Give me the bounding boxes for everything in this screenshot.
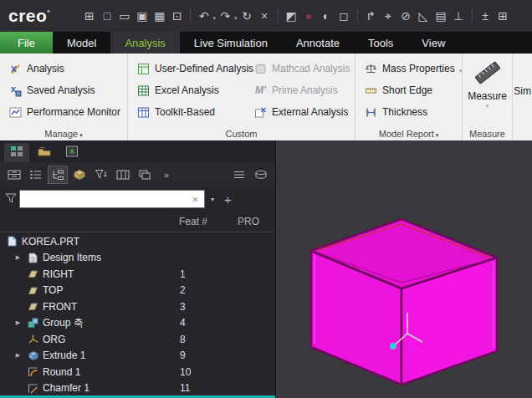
undo-icon[interactable]: ↶ bbox=[195, 7, 212, 25]
toolbar-overflow-chevron[interactable]: » bbox=[156, 166, 176, 184]
external-analysis-button[interactable]: External Analysis bbox=[249, 101, 351, 123]
performance-monitor-button[interactable]: Performance Monitor bbox=[4, 101, 123, 123]
tree-row-org-csys[interactable]: ORG 8 bbox=[0, 331, 275, 348]
tree-row-chamfer[interactable]: Chamfer 1 11 bbox=[0, 380, 275, 397]
tab-folder-browser[interactable] bbox=[32, 143, 57, 162]
tab-view[interactable]: View bbox=[407, 32, 459, 54]
tab-model[interactable]: Model bbox=[53, 32, 110, 54]
feat-number: 8 bbox=[174, 334, 238, 345]
hidden-line-icon[interactable]: ⊘ bbox=[397, 7, 415, 25]
plus-minus-icon[interactable]: ± bbox=[477, 7, 494, 25]
tree-row-design-items[interactable]: ▶ Design Items bbox=[0, 250, 275, 267]
thickness-button[interactable]: Thickness bbox=[360, 101, 458, 123]
saved-analysis-button[interactable]: Saved Analysis bbox=[4, 79, 123, 101]
view-normal-icon[interactable]: ⌖ bbox=[380, 7, 397, 25]
tree-row-korea-prt[interactable]: KOREA.PRT bbox=[0, 233, 275, 250]
sort-funnel-icon[interactable] bbox=[91, 166, 111, 184]
design-items-icon bbox=[27, 253, 39, 263]
tree-search-input[interactable] bbox=[24, 193, 190, 205]
tab-favorites[interactable] bbox=[59, 143, 84, 162]
coordinate-system-icon bbox=[27, 334, 39, 344]
toolbar-separator bbox=[357, 9, 358, 23]
shade-sphere-icon[interactable]: ◐ bbox=[318, 7, 335, 25]
layers-icon[interactable] bbox=[135, 166, 155, 184]
model-tree-tab-icon bbox=[10, 145, 23, 160]
tab-live-simulation[interactable]: Live Simulation bbox=[180, 32, 282, 54]
print-icon[interactable]: ▦ bbox=[151, 7, 168, 25]
open-file-icon[interactable]: ▭ bbox=[115, 7, 133, 25]
extrude-icon bbox=[27, 350, 39, 361]
tree-drawer-icon[interactable] bbox=[4, 166, 24, 184]
column-header-feat[interactable]: Feat # bbox=[174, 216, 238, 227]
tab-file[interactable]: File bbox=[0, 32, 53, 54]
new-file-icon[interactable]: □ bbox=[98, 7, 115, 25]
tab-annotate[interactable]: Annotate bbox=[282, 32, 354, 54]
appearance-icon[interactable]: ◩ bbox=[283, 7, 300, 25]
save-icon[interactable]: ▣ bbox=[133, 7, 151, 25]
measure-button[interactable]: Measure ▾ bbox=[467, 58, 508, 110]
tree-row-label: Round 1 bbox=[43, 366, 80, 378]
tab-tools[interactable]: Tools bbox=[354, 32, 407, 54]
undo-dropdown-arrow[interactable]: ▾ bbox=[212, 15, 216, 22]
list-view-icon[interactable] bbox=[26, 166, 46, 184]
tab-analysis[interactable]: Analysis bbox=[110, 32, 179, 54]
funnel-icon bbox=[5, 193, 17, 206]
regenerate-icon[interactable]: ↻ bbox=[238, 7, 256, 25]
ground-icon[interactable]: ⊥ bbox=[450, 7, 468, 25]
chamfer-icon bbox=[27, 383, 39, 394]
perspective-icon[interactable]: ◺ bbox=[415, 7, 432, 25]
creo-logo: creo° bbox=[8, 6, 50, 26]
saved-views-icon[interactable]: ↱ bbox=[362, 7, 380, 25]
group-label-manage[interactable]: Manage▾ bbox=[0, 129, 127, 139]
model-tree: KOREA.PRT ▶ Design Items bbox=[0, 232, 275, 398]
tree-row-front-plane[interactable]: FRONT 3 bbox=[0, 298, 275, 315]
tree-row-extrude[interactable]: ▶ Extrude 1 9 bbox=[0, 348, 275, 365]
collapse-all-icon[interactable] bbox=[229, 166, 249, 184]
feature-cube-icon[interactable] bbox=[69, 166, 90, 184]
filter-funnel-button[interactable] bbox=[5, 193, 17, 206]
part-icon bbox=[6, 236, 18, 247]
redo-icon[interactable]: ↷ bbox=[217, 7, 234, 25]
toolkit-based-button[interactable]: Toolkit-Based bbox=[132, 101, 249, 123]
expand-arrow-icon[interactable]: ▶ bbox=[13, 352, 23, 359]
performance-monitor-label: Performance Monitor bbox=[27, 106, 120, 118]
analysis-button[interactable]: Analysis bbox=[4, 58, 123, 79]
columns-icon[interactable] bbox=[113, 166, 133, 184]
tree-search-box: × bbox=[19, 190, 205, 208]
feat-number: 11 bbox=[174, 382, 238, 394]
expand-arrow-icon[interactable]: ▶ bbox=[13, 319, 23, 326]
add-filter-icon[interactable]: + bbox=[220, 192, 236, 207]
import-icon[interactable]: ⊡ bbox=[168, 7, 186, 25]
short-edge-button[interactable]: Short Edge bbox=[360, 79, 458, 101]
tree-row-right-plane[interactable]: RIGHT 1 bbox=[0, 266, 275, 283]
excel-analysis-button[interactable]: Excel Analysis bbox=[132, 79, 249, 101]
annotation-icon[interactable]: ▤ bbox=[432, 7, 450, 25]
tree-toolbar: » bbox=[0, 162, 275, 186]
graphics-viewport[interactable] bbox=[276, 140, 532, 398]
redo-dropdown-arrow[interactable]: ▾ bbox=[234, 15, 238, 22]
search-dropdown-icon[interactable]: ▾ bbox=[207, 196, 217, 203]
expand-arrow-icon[interactable]: ▶ bbox=[13, 254, 23, 261]
model-3d-box[interactable] bbox=[276, 140, 532, 398]
tree-row-top-plane[interactable]: TOP 2 bbox=[0, 283, 275, 299]
mass-properties-button[interactable]: Mass Properties ▾ bbox=[360, 58, 458, 79]
render-sphere-icon[interactable]: ● bbox=[300, 7, 318, 25]
tree-row-label: FRONT bbox=[43, 301, 77, 313]
group-label-model-report[interactable]: Model Report▾ bbox=[356, 129, 462, 139]
tree-view-icon[interactable] bbox=[48, 166, 68, 184]
sheet-stack-icon[interactable] bbox=[251, 166, 271, 184]
tree-row-round[interactable]: Round 1 10 bbox=[0, 364, 275, 380]
sketch-icon[interactable]: ⊞ bbox=[80, 7, 98, 25]
group-label-measure: Measure bbox=[463, 129, 512, 139]
display-style-icon[interactable]: ◻ bbox=[335, 7, 353, 25]
thickness-label: Thickness bbox=[382, 106, 427, 118]
column-header-pro[interactable]: PRO bbox=[238, 216, 275, 227]
prime-analysis-label: Prime Analysis bbox=[272, 84, 338, 96]
user-defined-analysis-button[interactable]: User-Defined Analysis bbox=[132, 58, 249, 79]
tab-model-tree[interactable] bbox=[4, 143, 29, 162]
clear-search-icon[interactable]: × bbox=[190, 193, 200, 206]
window-grid-icon[interactable]: ⊞ bbox=[494, 7, 512, 25]
tree-row-group[interactable]: ▶ Group 축 4 bbox=[0, 315, 275, 332]
close-window-icon[interactable]: × bbox=[256, 7, 274, 25]
group-label-custom: Custom bbox=[128, 129, 355, 139]
